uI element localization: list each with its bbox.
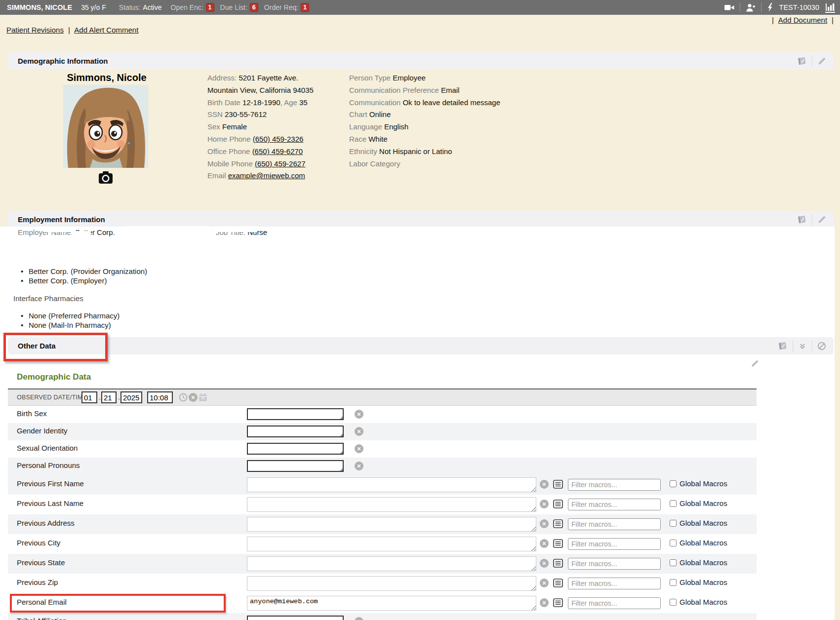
global-macros-checkbox[interactable]	[670, 559, 677, 566]
macro-list-icon[interactable]	[553, 539, 563, 548]
macro-list-icon[interactable]	[553, 519, 563, 528]
patient-age-sex: 35 y/o F	[81, 3, 106, 11]
global-macros-checkbox[interactable]	[670, 500, 677, 507]
demographic-data-table: OBSERVED DATE/TIME: - - ✕ Birth Sex✕Gend…	[8, 388, 757, 620]
due-list-badge[interactable]: 6	[250, 3, 258, 12]
other-data-header[interactable]: Other Data	[8, 337, 834, 354]
info-link[interactable]: (650) 459-6270	[252, 147, 303, 155]
open-enc-badge[interactable]: 1	[206, 3, 214, 12]
clear-field-icon[interactable]: ✕	[540, 519, 549, 528]
clear-field-icon[interactable]: ✕	[540, 539, 549, 548]
video-call-icon[interactable]	[724, 2, 735, 12]
edit-pencil-icon[interactable]	[817, 215, 827, 225]
clear-field-icon[interactable]: ✕	[540, 480, 549, 489]
patient-header-bar: SIMMONS, NICOLE 35 y/o F Status: Active …	[0, 0, 840, 15]
macro-list-icon[interactable]	[553, 480, 563, 489]
birth-sex-input[interactable]	[247, 408, 344, 420]
journal-icon[interactable]	[797, 214, 807, 225]
macro-list-icon[interactable]	[553, 559, 563, 568]
clear-field-icon[interactable]: ✕	[355, 410, 363, 419]
add-alert-comment-link[interactable]: Add Alert Comment	[74, 26, 138, 34]
filter-macros-input[interactable]	[568, 479, 661, 491]
filter-macros-input[interactable]	[568, 597, 661, 609]
field-row-previous-last-name: Previous Last Name✕Global Macros	[8, 495, 757, 514]
previous-first-name-textarea[interactable]	[247, 477, 536, 492]
global-macros-checkbox[interactable]	[670, 579, 677, 586]
field-label: Sexual Orientation	[17, 444, 78, 452]
observed-day-input[interactable]	[101, 391, 117, 403]
global-macros-checkbox[interactable]	[670, 540, 677, 546]
clear-field-icon[interactable]: ✕	[540, 598, 549, 607]
global-macros-control: Global Macros	[670, 499, 727, 507]
previous-address-textarea[interactable]	[247, 517, 536, 532]
clear-field-icon[interactable]: ✕	[540, 579, 549, 587]
clear-datetime-icon[interactable]: ✕	[189, 393, 198, 402]
observed-time-input[interactable]	[147, 391, 173, 403]
info-label: Communication Preference	[349, 86, 441, 94]
filter-macros-input[interactable]	[568, 578, 661, 589]
filter-macros-input[interactable]	[568, 558, 661, 570]
gender-identity-input[interactable]	[247, 426, 344, 437]
global-macros-checkbox[interactable]	[670, 520, 677, 527]
observed-year-input[interactable]	[120, 391, 142, 403]
employment-information-header[interactable]: Employment Information	[8, 211, 834, 228]
sexual-orientation-input[interactable]	[247, 443, 344, 455]
time-now-clock-icon[interactable]	[179, 393, 188, 402]
disable-icon[interactable]	[817, 341, 827, 351]
previous-city-textarea[interactable]	[247, 537, 536, 551]
filter-macros-input[interactable]	[568, 538, 661, 550]
calendar-icon[interactable]	[199, 393, 207, 402]
edit-pencil-icon[interactable]	[750, 359, 760, 368]
previous-last-name-textarea[interactable]	[247, 497, 536, 512]
info-label: Home Phone	[207, 135, 253, 143]
clear-field-icon[interactable]: ✕	[355, 427, 363, 436]
filter-macros-input[interactable]	[568, 518, 661, 530]
global-macros-control: Global Macros	[670, 539, 727, 547]
patient-photo[interactable]	[63, 85, 148, 168]
status-label: Status:	[119, 3, 141, 11]
pharmacy-list: None (Preferred Pharmacy)None (Mail-In P…	[20, 311, 120, 330]
clear-field-icon[interactable]: ✕	[540, 500, 549, 508]
add-document-link[interactable]: Add Document	[778, 16, 827, 24]
filter-macros-input[interactable]	[568, 499, 661, 510]
edit-pencil-icon[interactable]	[817, 56, 827, 66]
field-label: Previous State	[17, 558, 65, 567]
flowsheet-chart-icon[interactable]	[825, 2, 835, 13]
quick-action-bolt-icon[interactable]	[766, 2, 773, 12]
icon-separator	[812, 214, 812, 225]
journal-icon[interactable]	[797, 56, 807, 67]
field-label: Personal Pronouns	[17, 461, 80, 469]
take-photo-camera-icon[interactable]	[98, 171, 113, 184]
personal-email-textarea[interactable]	[247, 596, 536, 611]
info-value: Female	[222, 122, 247, 131]
info-line: Birth Date 12-18-1990, Age 35	[207, 97, 314, 109]
info-label: Email	[207, 171, 228, 180]
macro-list-icon[interactable]	[553, 579, 563, 587]
macro-list-icon[interactable]	[553, 500, 563, 508]
clear-field-icon[interactable]: ✕	[355, 444, 363, 453]
patient-revisions-link[interactable]: Patient Revisions	[6, 26, 64, 34]
info-line: Office Phone (650) 459-6270	[207, 146, 314, 158]
personal-pronouns-input[interactable]	[247, 460, 344, 472]
clear-field-icon[interactable]: ✕	[540, 559, 549, 568]
macro-list-icon[interactable]	[553, 598, 563, 607]
previous-state-textarea[interactable]	[247, 556, 536, 571]
observed-month-input[interactable]	[81, 391, 97, 403]
clear-field-icon[interactable]: ✕	[355, 462, 363, 470]
tribal-affiliation-input[interactable]	[247, 616, 344, 620]
info-line: Person Type Employee	[349, 72, 500, 84]
info-link[interactable]: (650) 459-2326	[253, 135, 304, 143]
global-macros-checkbox[interactable]	[670, 599, 677, 606]
journal-icon[interactable]	[777, 341, 788, 351]
order-req-badge[interactable]: 1	[301, 3, 309, 12]
demographic-information-header[interactable]: Demographic Information	[8, 52, 834, 70]
info-link[interactable]: (650) 459-2627	[255, 159, 306, 168]
due-list-label: Due List:	[220, 3, 247, 11]
previous-zip-textarea[interactable]	[247, 576, 536, 591]
clear-field-icon[interactable]: ✕	[355, 617, 363, 620]
info-link[interactable]: example@mieweb.com	[228, 171, 305, 180]
collapse-chevrons-icon[interactable]	[798, 341, 807, 351]
global-macros-checkbox[interactable]	[670, 480, 677, 487]
add-person-icon[interactable]	[745, 2, 756, 12]
info-line: Mountain View, California 94035	[207, 84, 314, 97]
